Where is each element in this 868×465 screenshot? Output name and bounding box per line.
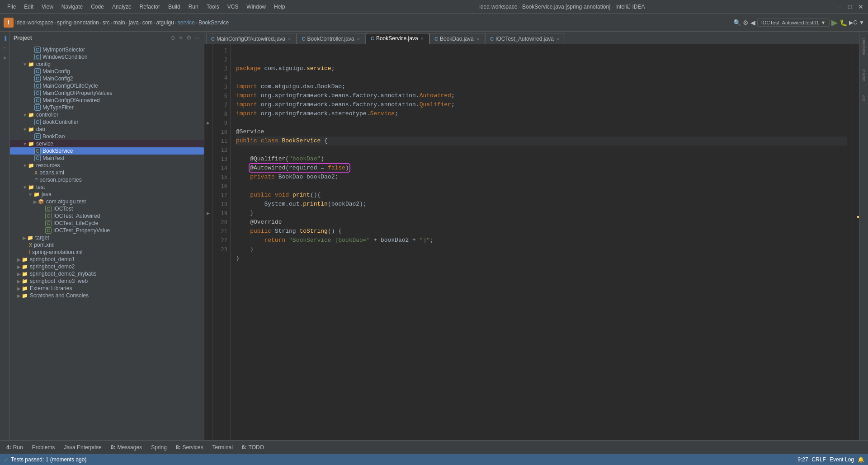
tree-item[interactable]: CBookController [10, 118, 204, 126]
tree-item[interactable]: ▶📁Scratches and Consoles [10, 292, 204, 299]
tree-item[interactable]: CMainTest [10, 155, 204, 162]
breadcrumb-atguigu[interactable]: atguigu [156, 19, 174, 26]
menu-code[interactable]: Code [87, 3, 108, 11]
tab-close-btn[interactable]: × [476, 36, 480, 42]
collapse-btn[interactable]: ≡ [178, 34, 184, 41]
tree-item[interactable]: CMainConfigOfAutowired [10, 97, 204, 104]
expand-arrow-icon[interactable]: ▶ [17, 272, 21, 277]
menu-tools[interactable]: Tools [203, 3, 223, 11]
menu-window[interactable]: Window [243, 3, 269, 11]
event-log-btn[interactable]: Event Log [830, 456, 854, 463]
tree-item[interactable]: ▼📁config [10, 61, 204, 68]
favorites-icon[interactable]: ★ [0, 53, 9, 62]
run-config-dropdown[interactable]: IOCTest_Autowired.test01 ▼ [757, 19, 830, 27]
tree-item[interactable]: CBookService [10, 147, 204, 155]
gutter-marker-icon[interactable]: ▶ [207, 209, 210, 218]
editor-tab-2[interactable]: CBookService.java× [366, 33, 429, 44]
tree-item[interactable]: Pperson.properties [10, 176, 204, 183]
expand-arrow-icon[interactable]: ▶ [23, 235, 26, 240]
tree-item[interactable]: CMainConfig [10, 68, 204, 75]
tab-close-btn[interactable]: × [556, 36, 560, 42]
settings-btn[interactable]: ⚙ [185, 34, 193, 41]
sync-btn[interactable]: ⊙ [170, 34, 176, 41]
tree-item[interactable]: CIOCTest [10, 205, 204, 212]
menu-vcs[interactable]: VCS [224, 3, 242, 11]
editor-tab-3[interactable]: CBookDao.java× [429, 33, 485, 44]
close-button[interactable]: ✕ [857, 3, 864, 10]
tree-item[interactable]: ▶📁springboot_demo2_mybatis [10, 270, 204, 277]
tree-item[interactable]: ▼📁resources [10, 162, 204, 169]
run-with-coverage-btn[interactable]: ▶C [849, 19, 857, 26]
tree-item[interactable]: ▶📁target [10, 234, 204, 241]
tab-close-btn[interactable]: × [356, 36, 360, 42]
menu-build[interactable]: Build [165, 3, 184, 11]
bottom-tab-3[interactable]: 0:Messages [106, 443, 146, 451]
tab-close-btn[interactable]: × [287, 36, 292, 42]
tree-item[interactable]: Xpom.xml [10, 241, 204, 249]
bottom-tab-1[interactable]: Problems [28, 443, 60, 451]
bottom-tab-0[interactable]: 4:Run [2, 443, 28, 451]
settings-btn[interactable]: ⚙ [743, 19, 749, 26]
tree-item[interactable]: CIOCTest_LifeCycle [10, 220, 204, 227]
gutter-marker-icon[interactable]: ▶ [207, 118, 210, 127]
bottom-tab-4[interactable]: Spring [146, 443, 171, 451]
breadcrumb-main[interactable]: main [113, 19, 125, 26]
expand-arrow-icon[interactable]: ▼ [23, 127, 27, 132]
tree-item[interactable]: ▼📁test [10, 183, 204, 191]
expand-arrow-icon[interactable]: ▼ [28, 192, 33, 197]
breadcrumb-com[interactable]: com [142, 19, 153, 26]
menu-run[interactable]: Run [185, 3, 202, 11]
tree-item[interactable]: ▼📁service [10, 140, 204, 147]
menu-navigate[interactable]: Navigate [58, 3, 86, 11]
tree-item[interactable]: ▼📁controller [10, 111, 204, 118]
tree-item[interactable]: ▶📁springboot_demo3_web [10, 277, 204, 285]
run-button[interactable]: ▶ [831, 18, 838, 28]
ant-icon[interactable]: Ant [862, 95, 866, 101]
menu-analyze[interactable]: Analyze [108, 3, 135, 11]
tree-item[interactable]: CMyTypeFilter [10, 104, 204, 111]
tree-item[interactable]: CMyImportSelector [10, 46, 204, 53]
breadcrumb-workspace[interactable]: idea-workspace [15, 19, 53, 26]
expand-arrow-icon[interactable]: ▶ [33, 199, 37, 204]
tree-item[interactable]: ▶📦com.atguigu.test [10, 198, 204, 205]
tab-close-btn[interactable]: × [420, 36, 425, 41]
bottom-tab-6[interactable]: Terminal [208, 443, 237, 451]
editor-tab-0[interactable]: CMainConfigOfAutowired.java× [206, 33, 297, 44]
expand-arrow-icon[interactable]: ▼ [23, 62, 27, 67]
minimize-button[interactable]: ─ [835, 3, 843, 10]
database-icon[interactable]: Database [862, 38, 866, 56]
bottom-tab-2[interactable]: Java Enterprise [59, 443, 106, 451]
expand-arrow-icon[interactable]: ▶ [17, 293, 21, 298]
notifications-icon[interactable]: 🔔 [858, 456, 864, 463]
tree-item[interactable]: CIOCTest_Autowired [10, 212, 204, 220]
code-content[interactable]: package com.atguigu.service;import com.a… [231, 44, 853, 440]
menu-file[interactable]: File [4, 3, 19, 11]
breadcrumb-service[interactable]: service [178, 19, 195, 26]
expand-arrow-icon[interactable]: ▼ [23, 185, 27, 190]
structure-icon[interactable]: ≡ [0, 43, 9, 52]
menu-refactor[interactable]: Refactor [136, 3, 164, 11]
expand-arrow-icon[interactable]: ▼ [23, 113, 27, 117]
more-run-btn[interactable]: ▼ [859, 19, 864, 26]
expand-arrow-icon[interactable]: ▶ [17, 279, 21, 284]
expand-arrow-icon[interactable]: ▶ [17, 286, 21, 291]
tree-item[interactable]: CMainConfigOfPropertyValues [10, 89, 204, 97]
position-indicator[interactable]: 9:27 [797, 456, 808, 463]
breadcrumb-java[interactable]: java [129, 19, 139, 26]
tree-item[interactable]: Xbeans.xml [10, 169, 204, 176]
tree-item[interactable]: CMainConfig2 [10, 75, 204, 82]
expand-arrow-icon[interactable]: ▶ [17, 257, 21, 262]
expand-arrow-icon[interactable]: ▼ [23, 163, 27, 168]
editor-tab-4[interactable]: CIOCTest_Autowired.java× [485, 33, 565, 44]
maximize-button[interactable]: □ [846, 3, 854, 10]
tree-item[interactable]: CBookDao [10, 133, 204, 140]
encoding-indicator[interactable]: CRLF [812, 456, 826, 463]
search-everywhere-btn[interactable]: 🔍 [733, 19, 741, 26]
editor-tab-1[interactable]: CBookController.java× [297, 33, 365, 44]
tree-item[interactable]: CWindowsCondition [10, 53, 204, 61]
tree-item[interactable]: ▶📁External Libraries [10, 285, 204, 292]
debug-button[interactable]: 🐛 [840, 19, 847, 26]
breadcrumb-src[interactable]: src [103, 19, 110, 26]
tree-item[interactable]: ▶📁springboot_demo2 [10, 263, 204, 270]
menu-view[interactable]: View [38, 3, 57, 11]
